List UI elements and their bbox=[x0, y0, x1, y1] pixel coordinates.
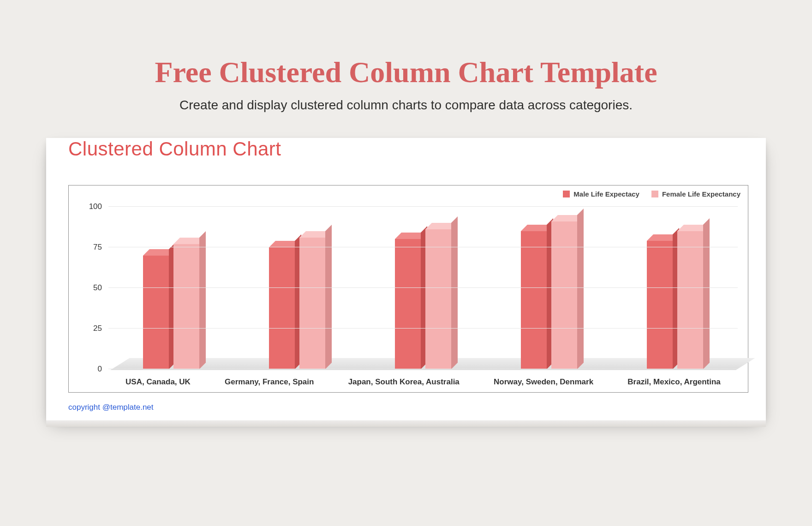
card-shadow-edge bbox=[46, 420, 766, 427]
y-tick-label: 50 bbox=[93, 283, 102, 293]
bar-male bbox=[647, 241, 673, 369]
x-tick-label: Brazil, Mexico, Argentina bbox=[627, 377, 721, 387]
chart-card: Clustered Column Chart Male Life Expecta… bbox=[46, 138, 766, 420]
y-tick-label: 75 bbox=[93, 243, 102, 252]
y-tick-label: 100 bbox=[89, 202, 102, 211]
legend-label-female: Female Life Expectancy bbox=[662, 190, 740, 198]
bar-female bbox=[299, 238, 325, 369]
swatch-male-icon bbox=[563, 191, 570, 197]
x-axis-labels: USA, Canada, UKGermany, France, SpainJap… bbox=[108, 377, 738, 387]
bar-female bbox=[677, 231, 703, 369]
page-subtitle: Create and display clustered column char… bbox=[0, 98, 812, 113]
clusters bbox=[108, 207, 738, 369]
bar-male bbox=[143, 256, 169, 369]
chart-area: Male Life Expectacy Female Life Expectan… bbox=[68, 185, 748, 393]
cluster bbox=[647, 207, 703, 369]
cluster bbox=[143, 207, 199, 369]
chart-legend: Male Life Expectacy Female Life Expectan… bbox=[563, 190, 740, 198]
x-tick-label: Germany, France, Spain bbox=[225, 377, 314, 387]
cluster bbox=[521, 207, 577, 369]
chart-title: Clustered Column Chart bbox=[68, 138, 766, 160]
bar-female bbox=[173, 244, 199, 369]
copyright-text: copyright @template.net bbox=[68, 403, 154, 412]
y-tick-label: 0 bbox=[98, 365, 102, 374]
gridline bbox=[108, 287, 738, 288]
gridline bbox=[108, 369, 738, 369]
bar-male bbox=[269, 247, 295, 369]
legend-item-female: Female Life Expectancy bbox=[651, 190, 740, 198]
gridline bbox=[108, 206, 738, 207]
bar-female bbox=[551, 221, 577, 369]
bar-female bbox=[425, 229, 451, 369]
cluster bbox=[269, 207, 325, 369]
gridline bbox=[108, 247, 738, 247]
plot-area bbox=[108, 207, 738, 369]
bar-male bbox=[521, 231, 547, 369]
legend-label-male: Male Life Expectacy bbox=[573, 190, 639, 198]
y-axis: 0255075100 bbox=[69, 207, 108, 369]
gridline bbox=[108, 328, 738, 329]
swatch-female-icon bbox=[651, 191, 658, 197]
y-tick-label: 25 bbox=[93, 324, 102, 333]
x-tick-label: Norway, Sweden, Denmark bbox=[494, 377, 593, 387]
page-title: Free Clustered Column Chart Template bbox=[0, 55, 812, 90]
legend-item-male: Male Life Expectacy bbox=[563, 190, 639, 198]
bar-male bbox=[395, 239, 421, 369]
cluster bbox=[395, 207, 451, 369]
x-tick-label: USA, Canada, UK bbox=[125, 377, 191, 387]
x-tick-label: Japan, South Korea, Australia bbox=[348, 377, 460, 387]
